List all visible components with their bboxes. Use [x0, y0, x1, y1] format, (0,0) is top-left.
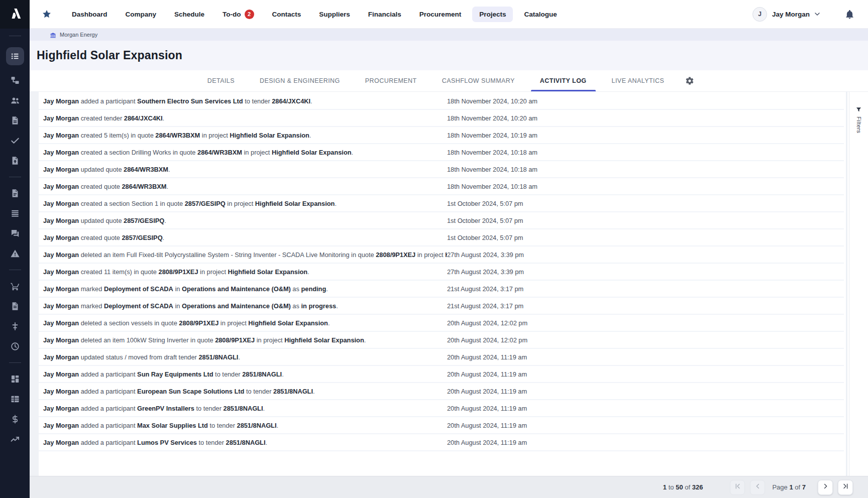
activity-row[interactable]: Jay Morgan created a section Drilling Wo…	[39, 144, 844, 161]
tab-activity-log[interactable]: ACTIVITY LOG	[531, 70, 596, 91]
activity-message: Jay Morgan created 5 item(s) in quote 28…	[43, 132, 447, 139]
activity-row[interactable]: Jay Morgan added a participant Sun Ray E…	[39, 366, 844, 383]
favorite-star-icon[interactable]	[42, 9, 52, 19]
file-upload-icon	[10, 156, 20, 166]
activity-list: Jay Morgan added a participant Southern …	[39, 92, 844, 476]
content-area: Jay Morgan added a participant Southern …	[30, 92, 868, 476]
filter-funnel-icon	[855, 106, 862, 112]
activity-timestamp: 18th November 2024, 10:18 am	[447, 183, 537, 190]
cart-icon	[10, 281, 20, 291]
activity-row[interactable]: Jay Morgan created a section Section 1 i…	[39, 195, 844, 212]
sidebar-item-adjust[interactable]	[10, 321, 20, 331]
activity-row[interactable]: Jay Morgan created tender 2864/JXC4KI.18…	[39, 110, 844, 127]
sidebar-item-cart[interactable]	[10, 281, 20, 291]
activity-timestamp: 18th November 2024, 10:20 am	[447, 97, 537, 105]
sidebar-item-file[interactable]	[10, 188, 20, 198]
last-page-button[interactable]	[838, 480, 853, 495]
activity-timestamp: 27th August 2024, 3:39 pm	[447, 268, 524, 276]
nav-item-schedule[interactable]: Schedule	[167, 7, 211, 22]
nav-item-procurement[interactable]: Procurement	[412, 7, 468, 22]
sidebar-item-chat[interactable]	[10, 228, 20, 238]
activity-row[interactable]: Jay Morgan created quote 2857/GESIPQ.1st…	[39, 229, 844, 246]
nav-item-suppliers[interactable]: Suppliers	[312, 7, 357, 22]
invoice-icon	[10, 301, 20, 311]
activity-message: Jay Morgan updated quote 2857/GESIPQ.	[43, 217, 447, 224]
tab-settings-gear-icon[interactable]	[680, 70, 699, 91]
activity-row[interactable]: Jay Morgan marked Deployment of SCADA in…	[39, 298, 844, 315]
activity-row[interactable]: Jay Morgan deleted a section vessels in …	[39, 315, 844, 332]
first-page-icon	[734, 482, 741, 492]
sidebar-item-rows[interactable]	[10, 208, 20, 218]
activity-timestamp: 20th August 2024, 11:19 am	[447, 439, 527, 446]
pagination-total-pages: 7	[802, 483, 806, 491]
activity-row[interactable]: Jay Morgan created 5 item(s) in quote 28…	[39, 127, 844, 144]
nav-item-company[interactable]: Company	[119, 7, 164, 22]
scrollbar-track[interactable]	[844, 92, 849, 476]
tab-design-engineering[interactable]: DESIGN & ENGINEERING	[251, 70, 349, 91]
activity-row[interactable]: Jay Morgan created 11 item(s) in quote 2…	[39, 264, 844, 281]
activity-timestamp: 21st August 2024, 3:17 pm	[447, 302, 523, 310]
activity-message: Jay Morgan created a section Section 1 i…	[43, 200, 447, 207]
tab-details[interactable]: DETAILS	[198, 70, 244, 91]
sidebar-item-file-upload[interactable]	[10, 156, 20, 166]
trend-icon	[10, 434, 20, 444]
activity-row[interactable]: Jay Morgan added a participant Lumos PV …	[39, 434, 844, 451]
sidebar-item-grid[interactable]	[10, 374, 20, 384]
activity-timestamp: 20th August 2024, 11:19 am	[447, 388, 527, 395]
activity-message: Jay Morgan deleted an item 100kW String …	[43, 336, 447, 344]
sidebar-item-dollar[interactable]	[10, 414, 20, 424]
user-name[interactable]: Jay Morgan	[772, 11, 810, 18]
activity-row[interactable]: Jay Morgan updated status / moved from d…	[39, 349, 844, 366]
activity-row[interactable]: Jay Morgan added a participant European …	[39, 383, 844, 400]
sidebar-item-invoice[interactable]	[10, 301, 20, 311]
avatar[interactable]: J	[752, 7, 767, 22]
activity-timestamp: 1st October 2024, 5:07 pm	[447, 234, 523, 241]
activity-row[interactable]: Jay Morgan deleted an item Full Fixed-ti…	[39, 246, 844, 264]
next-page-button[interactable]	[818, 480, 833, 495]
filters-panel-toggle[interactable]: Filters	[849, 92, 868, 476]
tab-cashflow-summary[interactable]: CASHFLOW SUMMARY	[433, 70, 524, 91]
tab-live-analytics[interactable]: LIVE ANALYTICS	[603, 70, 674, 91]
nav-item-projects[interactable]: Projects	[472, 7, 513, 22]
chat-icon	[10, 228, 20, 238]
nav-item-catalogue[interactable]: Catalogue	[517, 7, 564, 22]
sidebar-item-table[interactable]	[10, 394, 20, 404]
company-bank-icon	[50, 32, 56, 38]
activity-row[interactable]: Jay Morgan deleted an item 100kW String …	[39, 332, 844, 349]
notifications-bell-icon[interactable]	[844, 9, 855, 20]
activity-message: Jay Morgan added a participant GreenPV I…	[43, 405, 447, 412]
activity-row[interactable]: Jay Morgan added a participant GreenPV I…	[39, 400, 844, 417]
breadcrumb-company[interactable]: Morgan Energy	[60, 32, 97, 38]
app-logo[interactable]	[0, 0, 30, 29]
sidebar-item-list[interactable]	[6, 47, 24, 65]
sidebar-item-workflow[interactable]	[10, 75, 20, 85]
chevron-down-icon[interactable]	[813, 10, 821, 18]
pagination-page-word: Page	[772, 483, 787, 491]
sidebar-item-users[interactable]	[10, 95, 20, 105]
sidebar-item-document[interactable]	[10, 115, 20, 126]
first-page-button[interactable]	[730, 480, 745, 495]
sidebar-item-check[interactable]	[10, 136, 20, 146]
activity-timestamp: 18th November 2024, 10:19 am	[447, 132, 537, 139]
sidebar-item-clock[interactable]	[10, 341, 20, 351]
tab-procurement[interactable]: PROCUREMENT	[356, 70, 426, 91]
activity-row[interactable]: Jay Morgan created quote 2864/WR3BXM.18t…	[39, 178, 844, 195]
nav-item-contacts[interactable]: Contacts	[265, 7, 308, 22]
activity-row[interactable]: Jay Morgan updated quote 2857/GESIPQ.1st…	[39, 212, 844, 229]
last-page-icon	[842, 482, 849, 492]
sidebar-item-trend[interactable]	[10, 434, 20, 444]
previous-page-button[interactable]	[750, 480, 765, 495]
activity-row[interactable]: Jay Morgan added a participant Southern …	[39, 93, 844, 110]
nav-item-dashboard[interactable]: Dashboard	[65, 7, 115, 22]
activity-row[interactable]: Jay Morgan added a participant Max Solar…	[39, 417, 844, 434]
activity-row[interactable]: Jay Morgan marked Deployment of SCADA in…	[39, 281, 844, 298]
nav-item-to-do[interactable]: To-do2	[215, 6, 261, 23]
sidebar-item-alert[interactable]	[10, 248, 20, 259]
nav-item-label: Schedule	[174, 11, 204, 18]
activity-timestamp: 1st October 2024, 5:07 pm	[447, 217, 523, 224]
left-gutter	[30, 92, 39, 476]
activity-message: Jay Morgan updated quote 2864/WR3BXM.	[43, 166, 447, 173]
nav-item-financials[interactable]: Financials	[361, 7, 408, 22]
activity-row[interactable]: Jay Morgan updated quote 2864/WR3BXM.18t…	[39, 161, 844, 178]
nav-item-label: Company	[126, 11, 157, 18]
